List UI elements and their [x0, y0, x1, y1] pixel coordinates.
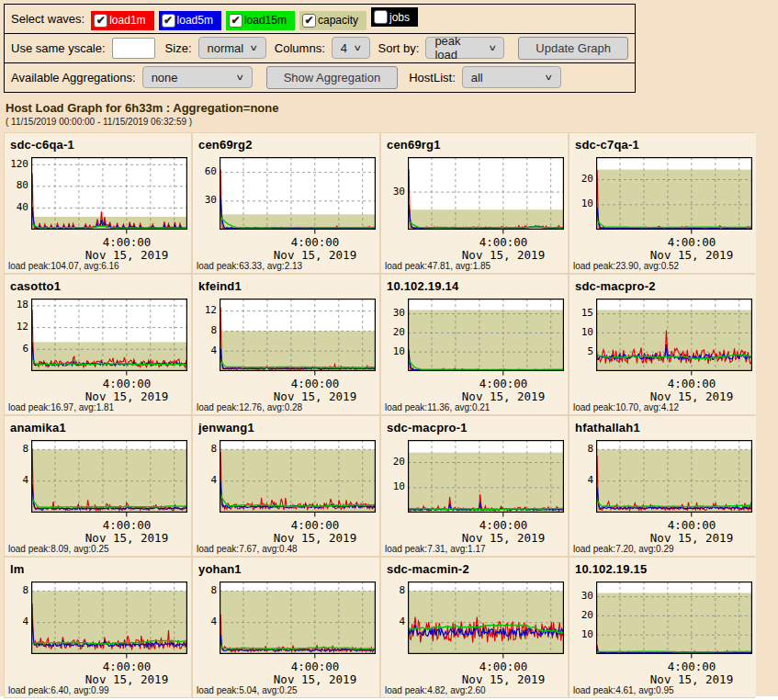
x-axis-date-label: Nov 15, 2019 [85, 672, 168, 686]
wave-toggle-capacity[interactable]: ✔capacity [299, 11, 366, 30]
aggregations-select[interactable]: none ∨ [142, 66, 253, 88]
x-axis-tick-label: 4:00:00 [668, 377, 716, 390]
load-peak-avg-text: load peak:5.04, avg:0.25 [197, 685, 298, 695]
page-title: Host Load Graph for 6h33m : Aggregation=… [6, 101, 778, 115]
host-name: 10.102.19.14 [387, 279, 565, 293]
x-axis-date-label: Nov 15, 2019 [650, 248, 733, 262]
sortby-label: Sort by: [378, 41, 420, 55]
y-axis-tick-label: 8 [9, 444, 28, 455]
x-axis-date-label: Nov 15, 2019 [274, 390, 356, 403]
show-aggregation-button[interactable]: Show Aggregation [266, 66, 399, 89]
host-name: sdc-macpro-2 [575, 279, 753, 293]
host-graph-cell: anamika1844:00:00Nov 15, 2019load peak:8… [5, 416, 191, 556]
x-axis-date-label: Nov 15, 2019 [650, 531, 733, 545]
chevron-down-icon: ∨ [545, 73, 554, 82]
wave-toggle-load1m[interactable]: ✔load1m [91, 11, 153, 30]
host-graph-grid: sdc-c6qa-112080404:00:00Nov 15, 2019load… [4, 132, 755, 698]
host-graph-cell: yohan1844:00:00Nov 15, 2019load peak:5.0… [193, 558, 379, 697]
hostlist-select[interactable]: all ∨ [462, 66, 561, 88]
y-axis-tick-label: 20 [386, 457, 405, 468]
x-axis-tick-label: 4:00:00 [291, 660, 340, 673]
x-axis-date-label: Nov 15, 2019 [462, 672, 545, 686]
sortby-select[interactable]: peak load ∨ [425, 37, 504, 59]
size-label: Size: [165, 41, 192, 55]
x-axis-date-label: Nov 15, 2019 [85, 248, 168, 262]
load-chart: 20104:00:00Nov 15, 2019 [574, 157, 753, 261]
x-axis-date-label: Nov 15, 2019 [85, 390, 168, 403]
wave-label: load1m [109, 14, 145, 27]
host-graph-cell: hfathallah1844:00:00Nov 15, 2019load pea… [569, 416, 756, 556]
host-name: anamika1 [10, 421, 188, 435]
yscale-input[interactable] [112, 38, 155, 59]
size-select-value: normal [208, 41, 244, 55]
host-name: casotto1 [10, 279, 188, 293]
y-axis-tick-label: 8 [197, 585, 217, 596]
host-name: cen69rg1 [387, 138, 565, 152]
x-axis-tick-label: 4:00:00 [291, 235, 340, 249]
load-chart: 12080404:00:00Nov 15, 2019 [9, 157, 188, 261]
load-chart: 12844:00:00Nov 15, 2019 [197, 299, 377, 402]
y-axis-tick-label: 10 [574, 198, 593, 209]
y-axis-tick-label: 10 [574, 629, 593, 640]
graph-options-row: Use same yscale: Size: normal ∨ Columns:… [5, 34, 635, 63]
y-axis-tick-label: 4 [9, 616, 28, 627]
y-axis-tick-label: 8 [197, 444, 217, 455]
x-axis-date-label: Nov 15, 2019 [462, 531, 545, 545]
load-graph-plot [220, 581, 376, 659]
checkbox-checked-icon[interactable]: ✔ [229, 14, 242, 28]
load-peak-avg-text: load peak:47.81, avg:1.85 [385, 261, 490, 271]
host-graph-cell: sdc-c7qa-120104:00:00Nov 15, 2019load pe… [569, 133, 756, 273]
y-axis-tick-label: 4 [197, 616, 217, 627]
x-axis-tick-label: 4:00:00 [291, 518, 340, 532]
host-name: lm [10, 562, 188, 576]
checkbox-checked-icon[interactable]: ✔ [302, 14, 316, 28]
host-graph-cell: 10.102.19.143020104:00:00Nov 15, 2019loa… [381, 275, 568, 414]
aggregation-row: Available Aggregations: none ∨ Show Aggr… [5, 63, 635, 92]
x-axis-tick-label: 4:00:00 [479, 660, 528, 673]
host-name: 10.102.19.15 [575, 562, 753, 576]
load-chart: 844:00:00Nov 15, 2019 [9, 581, 188, 685]
y-axis-tick-label: 4 [197, 345, 217, 356]
y-axis-tick-label: 18 [9, 299, 28, 310]
host-graph-cell: kfeind112844:00:00Nov 15, 2019load peak:… [193, 275, 379, 414]
load-graph-plot [31, 299, 187, 376]
load-graph-plot [408, 157, 564, 234]
checkbox-checked-icon[interactable]: ✔ [94, 14, 107, 28]
load-peak-avg-text: load peak:63.33, avg:2.13 [197, 261, 302, 271]
size-select[interactable]: normal ∨ [198, 37, 266, 59]
wave-toggle-jobs[interactable]: jobs [371, 7, 418, 27]
load-peak-avg-text: load peak:23.90, avg:0.52 [573, 261, 679, 271]
load-chart: 844:00:00Nov 15, 2019 [386, 581, 565, 685]
load-graph-plot [596, 299, 752, 376]
wave-label: load15m [244, 14, 287, 27]
wave-toggle-load15m[interactable]: ✔load15m [226, 11, 295, 30]
wave-toggle-load5m[interactable]: ✔load5m [159, 11, 221, 30]
host-name: sdc-macmin-2 [387, 562, 565, 576]
host-name: sdc-macpro-1 [387, 421, 565, 435]
load-chart: 151054:00:00Nov 15, 2019 [574, 299, 753, 402]
checkbox-unchecked-icon[interactable] [374, 10, 388, 24]
load-graph-plot [596, 157, 752, 234]
x-axis-tick-label: 4:00:00 [103, 518, 152, 532]
y-axis-tick-label: 30 [197, 195, 217, 206]
load-graph-plot [596, 440, 752, 517]
host-name: yohan1 [198, 562, 377, 576]
host-graph-cell: cen69rg1304:00:00Nov 15, 2019load peak:4… [381, 133, 568, 273]
host-name: hfathallah1 [575, 421, 753, 435]
load-peak-avg-text: load peak:8.09, avg:0.25 [8, 544, 109, 554]
x-axis-tick-label: 4:00:00 [103, 377, 152, 390]
y-axis-tick-label: 12 [197, 305, 217, 316]
y-axis-tick-label: 20 [386, 327, 405, 338]
load-chart: 844:00:00Nov 15, 2019 [574, 440, 753, 544]
x-axis-date-label: Nov 15, 2019 [274, 248, 356, 262]
update-graph-button[interactable]: Update Graph [518, 37, 628, 60]
y-axis-tick-label: 10 [386, 481, 405, 492]
x-axis-tick-label: 4:00:00 [103, 660, 152, 673]
columns-select[interactable]: 4 ∨ [332, 37, 370, 59]
y-axis-tick-label: 8 [386, 585, 405, 596]
load-chart: 304:00:00Nov 15, 2019 [386, 157, 565, 261]
hostlist-select-value: all [471, 71, 483, 85]
columns-select-value: 4 [341, 41, 347, 55]
host-graph-cell: sdc-macpro-120104:00:00Nov 15, 2019load … [381, 416, 568, 556]
checkbox-checked-icon[interactable]: ✔ [162, 14, 175, 28]
